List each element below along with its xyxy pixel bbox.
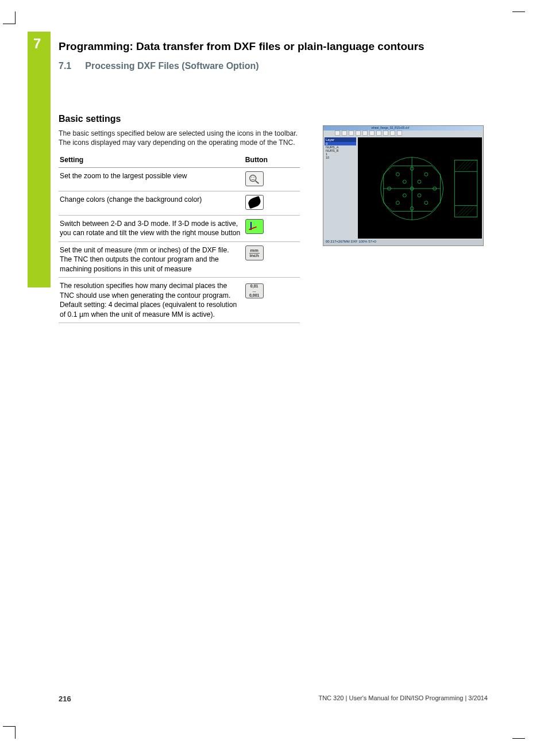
- footer-doc-info: TNC 320 | User's Manual for DIN/ISO Prog…: [318, 694, 488, 703]
- section-title: Processing DXF Files (Software Option): [85, 61, 258, 71]
- toolbar: [335, 131, 402, 136]
- setting-desc: Switch between 2-D and 3-D mode. If 3-D …: [59, 215, 244, 241]
- table-row: The resolution specifies how many decima…: [59, 278, 300, 323]
- svg-point-10: [424, 201, 428, 205]
- svg-line-29: [462, 206, 473, 216]
- page-number: 216: [59, 694, 71, 703]
- svg-line-24: [459, 160, 469, 171]
- table-row: Set the unit of measure (mm or inches) o…: [59, 241, 300, 277]
- section-number: 7.1: [59, 61, 71, 71]
- svg-point-9: [396, 201, 399, 205]
- setting-desc: Set the zoom to the largest possible vie…: [59, 167, 244, 191]
- setting-desc: Set the unit of measure (mm or inches) o…: [59, 241, 244, 277]
- toolbar-icon: [362, 131, 368, 136]
- resolution-icon: 0,01 ... 0,001: [245, 283, 264, 298]
- toolbar-icon: [376, 131, 381, 136]
- crop-mark: [512, 738, 525, 739]
- basic-settings-intro: The basic settings specified below are s…: [59, 129, 300, 148]
- change-colors-icon: [245, 195, 264, 210]
- table-row: Switch between 2-D and 3-D mode. If 3-D …: [59, 215, 300, 241]
- toolbar-icon: [349, 131, 354, 136]
- svg-point-7: [396, 172, 399, 176]
- layer-panel: Layer 0 NURS_A NURS_B 1 10: [325, 137, 356, 159]
- table-row: Change colors (change the background col…: [59, 191, 300, 215]
- svg-point-18: [418, 194, 421, 197]
- layer-panel-header: Layer: [325, 137, 356, 142]
- toolbar-icon: [390, 131, 395, 136]
- res-label-2: ...: [253, 289, 256, 293]
- col-header-setting: Setting: [59, 153, 244, 168]
- toolbar-icon: [383, 131, 388, 136]
- toolbar-icon: [369, 131, 375, 136]
- svg-point-1: [251, 176, 252, 177]
- toolbar-icon: [397, 131, 402, 136]
- dxf-viewer-screenshot: wheel_flange_02_R15x05.dxf Layer 0 NURS_…: [323, 125, 484, 246]
- crop-mark: [512, 11, 525, 12]
- svg-line-28: [459, 206, 469, 216]
- chapter-title: Programming: Data transfer from DXF file…: [59, 40, 424, 53]
- crop-mark: [3, 726, 16, 739]
- svg-line-30: [466, 206, 476, 216]
- svg-point-17: [403, 194, 406, 197]
- settings-table: Setting Button Set the zoom to the large…: [59, 153, 300, 323]
- svg-point-15: [403, 180, 406, 183]
- col-header-button: Button: [244, 153, 300, 168]
- zoom-fit-icon: [245, 171, 264, 186]
- toolbar-icon: [356, 131, 361, 136]
- status-bar: 00 217×267MM DXF 100% 57×0: [323, 240, 483, 245]
- chapter-number: 7: [33, 36, 41, 52]
- svg-point-16: [418, 180, 421, 183]
- cad-viewport: [358, 137, 482, 239]
- unit-inch-label: inch: [248, 254, 260, 258]
- setting-desc: The resolution specifies how many decima…: [59, 278, 244, 323]
- page-footer: 216 TNC 320 | User's Manual for DIN/ISO …: [59, 694, 488, 703]
- chapter-side-tab: [28, 32, 51, 287]
- svg-point-2: [253, 176, 254, 177]
- unit-of-measure-icon: mm inch: [245, 245, 264, 260]
- table-row: Set the zoom to the largest possible vie…: [59, 167, 300, 191]
- setting-desc: Change colors (change the background col…: [59, 191, 244, 215]
- svg-point-0: [249, 175, 256, 181]
- layer-item: 10: [325, 156, 356, 159]
- crop-mark: [3, 11, 16, 24]
- basic-settings-heading: Basic settings: [59, 114, 300, 124]
- svg-line-26: [466, 160, 476, 171]
- svg-line-25: [462, 160, 473, 171]
- section-heading: 7.1 Processing DXF Files (Software Optio…: [59, 61, 259, 71]
- svg-line-23: [456, 160, 466, 171]
- toggle-2d-3d-icon: [245, 219, 264, 234]
- res-label-1: 0,01: [250, 284, 258, 289]
- svg-line-27: [456, 206, 466, 216]
- toolbar-icon: [342, 131, 347, 136]
- svg-line-3: [256, 181, 259, 184]
- svg-rect-20: [454, 160, 477, 217]
- window-titlebar: wheel_flange_02_R15x05.dxf: [323, 126, 483, 131]
- res-label-3: 0,001: [249, 293, 260, 298]
- svg-point-8: [424, 172, 428, 176]
- toolbar-icon: [335, 131, 340, 136]
